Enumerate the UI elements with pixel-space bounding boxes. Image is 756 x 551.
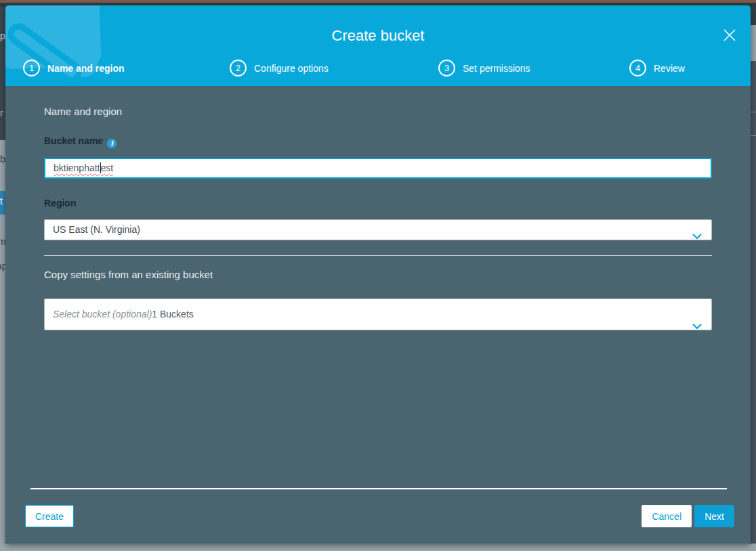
bucket-name-input[interactable]: bktienphattest bbox=[44, 158, 712, 179]
section-divider bbox=[44, 255, 712, 256]
bucket-name-value: bktienphattest bbox=[54, 162, 113, 173]
chevron-down-icon bbox=[692, 311, 702, 331]
footer-divider bbox=[30, 488, 727, 489]
step-name-and-region[interactable]: 1 Name and region bbox=[23, 60, 125, 76]
create-button[interactable]: Create bbox=[25, 505, 74, 527]
background-left-edge: p r b t m ap bbox=[0, 7, 5, 544]
bucket-name-label: Bucket namei bbox=[44, 135, 117, 148]
region-label: Region bbox=[44, 198, 76, 208]
step-review[interactable]: 4 Review bbox=[629, 60, 685, 76]
region-selected-value: US East (N. Virginia) bbox=[53, 224, 140, 235]
copy-settings-select[interactable]: Select bucket (optional)1 Buckets bbox=[44, 299, 712, 330]
close-icon[interactable] bbox=[721, 27, 738, 45]
step-label: Configure options bbox=[254, 63, 329, 74]
step-number: 2 bbox=[230, 60, 247, 76]
step-label: Name and region bbox=[47, 63, 125, 74]
background-text-fragment: r bbox=[0, 108, 3, 118]
background-right-edge bbox=[751, 7, 756, 544]
bucket-name-label-text: Bucket name bbox=[44, 135, 103, 146]
chevron-down-icon bbox=[692, 227, 702, 241]
bucket-count: 1 Buckets bbox=[152, 309, 193, 319]
copy-settings-placeholder: Select bucket (optional) bbox=[53, 309, 152, 319]
cancel-button[interactable]: Cancel bbox=[642, 505, 692, 527]
copy-settings-heading: Copy settings from an existing bucket bbox=[44, 269, 213, 280]
region-select[interactable]: US East (N. Virginia) bbox=[44, 219, 712, 240]
background-text-fragment: m bbox=[0, 237, 5, 246]
step-number: 3 bbox=[438, 60, 455, 76]
step-number: 4 bbox=[629, 60, 646, 76]
step-number: 1 bbox=[23, 60, 40, 76]
next-button[interactable]: Next bbox=[694, 505, 734, 527]
background-text-fragment: ap bbox=[0, 261, 5, 271]
step-label: Set permissions bbox=[463, 63, 530, 74]
info-icon[interactable]: i bbox=[107, 139, 117, 148]
modal-title: Create bucket bbox=[5, 27, 751, 45]
background-text-fragment: t bbox=[0, 196, 3, 206]
background-row-divider bbox=[751, 112, 756, 112]
step-set-permissions[interactable]: 3 Set permissions bbox=[438, 60, 530, 76]
create-bucket-modal: Create bucket 1 Name and region 2 Config… bbox=[5, 5, 751, 544]
background-bottom-edge bbox=[0, 544, 756, 551]
background-row-divider bbox=[751, 135, 756, 136]
background-panel bbox=[751, 7, 756, 25]
background-text-fragment: b bbox=[0, 154, 5, 164]
step-configure-options[interactable]: 2 Configure options bbox=[230, 60, 329, 76]
background-panel bbox=[751, 25, 756, 61]
step-label: Review bbox=[654, 63, 685, 74]
section-heading: Name and region bbox=[44, 106, 122, 117]
modal-header: Create bucket 1 Name and region 2 Config… bbox=[5, 5, 751, 86]
background-text-fragment: p bbox=[0, 31, 5, 41]
